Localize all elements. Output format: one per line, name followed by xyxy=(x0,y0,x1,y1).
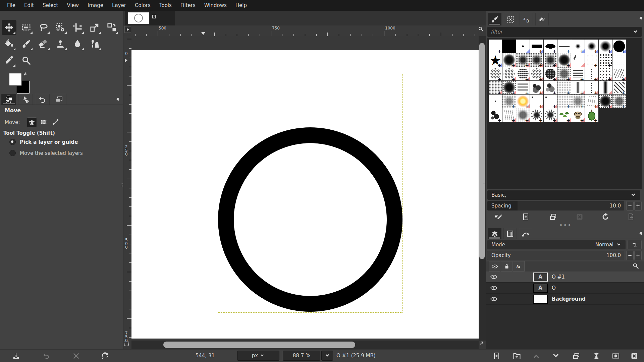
nav-arrow-icon[interactable] xyxy=(479,341,484,346)
opacity-increase-button[interactable] xyxy=(634,251,642,260)
brush-item[interactable]: ★+ xyxy=(489,53,502,67)
brush-item[interactable]: + xyxy=(557,53,571,67)
brush-item[interactable]: + xyxy=(489,108,502,122)
clone-tool[interactable] xyxy=(53,37,68,51)
brush-item[interactable]: + xyxy=(599,40,612,53)
brush-item[interactable]: + xyxy=(502,81,516,94)
brush-item[interactable]: + xyxy=(544,53,557,67)
layer-thumbnail[interactable]: A xyxy=(533,284,548,293)
mode-switch-button[interactable] xyxy=(628,240,642,249)
save-button[interactable] xyxy=(11,351,21,361)
brush-item[interactable]: + xyxy=(530,53,543,67)
brush-item[interactable] xyxy=(599,81,612,94)
brush-item[interactable]: + xyxy=(544,108,557,122)
brush-item[interactable]: + xyxy=(612,67,626,80)
refresh-brushes-button[interactable] xyxy=(601,213,610,221)
layer-name[interactable]: O #1 xyxy=(552,274,565,280)
tab-patterns[interactable] xyxy=(504,13,517,25)
layer-row[interactable]: AO #1 xyxy=(486,272,644,283)
brush-item[interactable] xyxy=(571,53,585,67)
duplicate-layer-button[interactable] xyxy=(571,351,581,361)
layer-visibility-icon[interactable] xyxy=(490,284,497,292)
bucket-fill-tool[interactable] xyxy=(2,37,16,51)
vertical-scrollbar[interactable] xyxy=(479,36,486,341)
zoom-tool[interactable] xyxy=(19,53,34,68)
move-layer-button[interactable] xyxy=(27,117,37,127)
vertical-ruler[interactable]: 02 5 05 0 07 5 0 xyxy=(123,36,132,341)
brush-item[interactable]: + xyxy=(530,108,543,122)
move-selection-button[interactable] xyxy=(39,117,48,127)
layer-visibility-icon[interactable] xyxy=(490,295,497,303)
layer-thumbnail[interactable] xyxy=(533,295,548,304)
resize-grip[interactable]: ••• xyxy=(559,224,572,227)
brush-item[interactable]: + xyxy=(516,53,530,67)
eraser-tool[interactable] xyxy=(36,37,51,51)
delete-brush-button[interactable] xyxy=(575,213,584,221)
color-picker-tool[interactable] xyxy=(2,53,16,68)
rectangle-select-tool[interactable] xyxy=(19,20,34,35)
brush-item[interactable]: + xyxy=(599,53,612,67)
brush-group-dropdown[interactable]: Basic, xyxy=(487,190,640,200)
zoom-dropdown[interactable] xyxy=(321,351,333,361)
layer-name[interactable]: Background xyxy=(552,296,586,302)
panel-resize-grip[interactable] xyxy=(121,183,123,188)
menu-select[interactable]: Select xyxy=(38,1,62,9)
move-tool[interactable] xyxy=(2,20,16,35)
default-colors-icon[interactable] xyxy=(9,97,12,101)
image-tab-thumbnail[interactable] xyxy=(128,12,149,24)
spacing-decrease-button[interactable] xyxy=(626,201,634,210)
tab-paths[interactable] xyxy=(519,228,532,239)
menu-edit[interactable]: Edit xyxy=(20,1,38,9)
brush-item[interactable]: + xyxy=(530,95,543,108)
ink-tool[interactable] xyxy=(87,37,102,51)
image-tab[interactable] xyxy=(125,11,175,25)
brush-item[interactable]: + xyxy=(557,67,571,80)
brush-item[interactable]: + xyxy=(489,67,502,80)
layer-mode-row[interactable]: Mode Normal xyxy=(487,240,626,249)
brush-item[interactable]: + xyxy=(585,67,598,80)
brush-item[interactable]: + xyxy=(544,67,557,80)
panel-resize-grip[interactable] xyxy=(483,183,485,188)
canvas-menu-button[interactable] xyxy=(124,26,131,33)
merge-down-button[interactable] xyxy=(591,351,601,361)
brush-item[interactable]: + xyxy=(502,108,516,122)
add-mask-button[interactable] xyxy=(611,351,621,361)
tab-channels[interactable] xyxy=(503,228,517,239)
menu-colors[interactable]: Colors xyxy=(130,1,155,9)
crop-tool[interactable] xyxy=(70,20,85,35)
layer-row[interactable]: AO xyxy=(486,283,644,294)
brush-item[interactable]: + xyxy=(530,67,543,80)
brush-item[interactable]: + xyxy=(502,95,516,108)
tab-menu-icon[interactable] xyxy=(638,15,643,21)
brush-item[interactable]: + xyxy=(612,81,626,94)
brush-item[interactable]: + xyxy=(530,40,543,53)
menu-file[interactable]: File xyxy=(3,1,20,9)
paintbrush-tool[interactable] xyxy=(19,37,34,51)
brush-item[interactable]: + xyxy=(585,81,598,94)
tab-menu-icon[interactable] xyxy=(115,97,120,102)
opacity-slider[interactable]: Opacity 100.0 xyxy=(487,251,624,260)
menu-help[interactable]: Help xyxy=(231,1,251,9)
menu-windows[interactable]: Windows xyxy=(200,1,231,9)
brush-item[interactable] xyxy=(489,95,502,108)
zoom-value-box[interactable]: 88.7 % xyxy=(283,351,320,361)
menu-tools[interactable]: Tools xyxy=(155,1,176,9)
brush-item[interactable]: + xyxy=(571,40,585,53)
brush-item[interactable]: + xyxy=(571,95,585,108)
brush-item[interactable]: + xyxy=(530,81,543,94)
visibility-header-button[interactable] xyxy=(489,261,500,272)
new-brush-button[interactable] xyxy=(522,213,530,221)
opacity-decrease-button[interactable] xyxy=(626,251,634,260)
brush-item[interactable]: + xyxy=(612,40,626,53)
vertical-scrollbar-thumb[interactable] xyxy=(479,43,485,259)
unit-dropdown[interactable]: px xyxy=(237,351,279,361)
brush-item[interactable]: + xyxy=(612,95,626,108)
lock-header-button[interactable] xyxy=(501,261,513,272)
raise-layer-button[interactable] xyxy=(531,351,541,361)
brush-item[interactable]: + xyxy=(557,95,571,108)
brush-item[interactable]: + xyxy=(585,40,598,53)
swap-icon[interactable] xyxy=(22,71,28,77)
tab-fonts[interactable]: aB xyxy=(520,13,533,25)
tab-images[interactable] xyxy=(52,94,66,105)
brush-item[interactable]: + xyxy=(557,108,571,122)
